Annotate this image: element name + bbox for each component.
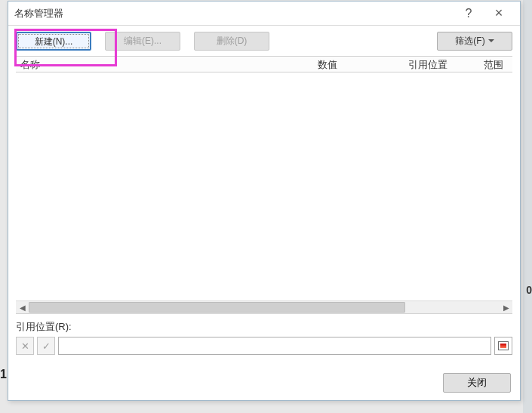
reference-input[interactable] <box>58 337 491 355</box>
edit-button: 编辑(E)... <box>105 32 180 51</box>
filter-label: 筛选(F) <box>455 32 484 50</box>
range-picker-icon <box>498 341 509 350</box>
column-header-value[interactable]: 数值 <box>313 57 404 72</box>
scroll-right-button[interactable]: ▶ <box>500 301 512 314</box>
dialog-title: 名称管理器 <box>14 7 454 20</box>
reference-label: 引用位置(R): <box>16 320 512 334</box>
delete-button: 删除(D) <box>194 32 269 51</box>
background-marker-left: 1 <box>0 368 7 381</box>
background-marker-right: 0 <box>526 284 532 296</box>
column-header-scope[interactable]: 范围 <box>479 57 512 72</box>
scroll-left-button[interactable]: ◀ <box>16 301 29 314</box>
cancel-ref-button: ✕ <box>16 337 34 355</box>
new-button[interactable]: 新建(N)... <box>16 32 91 51</box>
name-manager-dialog: 名称管理器 ? × 新建(N)... 编辑(E)... 删除(D) 筛选(F) … <box>8 1 521 401</box>
list-body: ◀ ▶ <box>16 72 512 314</box>
window-close-button[interactable]: × <box>484 3 514 24</box>
confirm-ref-button: ✓ <box>37 337 55 355</box>
dialog-footer: 关闭 <box>443 373 511 393</box>
titlebar: 名称管理器 ? × <box>8 2 520 26</box>
scrollbar-thumb[interactable] <box>29 302 405 313</box>
column-header-name[interactable]: 名称 <box>16 57 313 72</box>
list-header: 名称 数值 引用位置 范围 <box>16 56 512 72</box>
chevron-down-icon <box>488 39 494 42</box>
range-picker-button[interactable] <box>494 337 512 355</box>
close-button[interactable]: 关闭 <box>443 373 511 393</box>
background-right-strip <box>523 0 532 413</box>
toolbar: 新建(N)... 编辑(E)... 删除(D) 筛选(F) <box>8 26 520 56</box>
reference-input-row: ✕ ✓ <box>16 337 512 355</box>
filter-button[interactable]: 筛选(F) <box>437 32 512 51</box>
scrollbar-track[interactable] <box>29 301 500 314</box>
horizontal-scrollbar[interactable]: ◀ ▶ <box>16 301 512 313</box>
column-header-ref[interactable]: 引用位置 <box>404 57 479 72</box>
help-button[interactable]: ? <box>454 3 484 24</box>
